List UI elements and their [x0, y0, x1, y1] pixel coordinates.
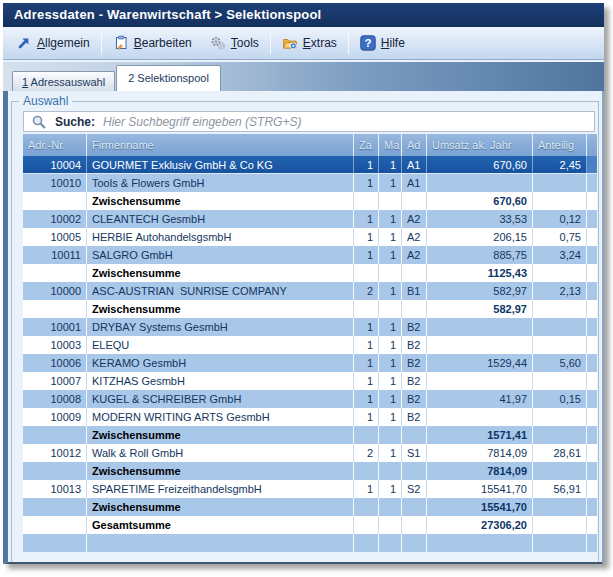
toolbar-item-label: Hilfe: [381, 36, 405, 50]
toolbar-item-tools[interactable]: Tools: [201, 32, 268, 54]
cell-filler: [587, 354, 597, 372]
cell-firmenname: Walk & Roll GmbH: [87, 444, 354, 462]
table-row[interactable]: 10012Walk & Roll GmbH21S17814,0928,61: [23, 444, 597, 462]
cell-filler: [587, 246, 597, 264]
subtotal-row[interactable]: Zwischensumme1571,41: [23, 426, 597, 444]
search-input[interactable]: [103, 113, 594, 131]
cell-za: 1: [354, 390, 379, 408]
toolbar-item-allgemein[interactable]: Allgemein: [7, 32, 99, 54]
table-row[interactable]: 10003ELEQU11B2: [23, 336, 597, 354]
table-row[interactable]: 10013SPARETIME FreizeithandelsgmbH11S215…: [23, 480, 597, 498]
cell-filler: [587, 264, 597, 282]
column-header-filler: [587, 134, 597, 156]
grid-header-row: Adr.-Nr.FirmennameZaMaAdUmsatz ak. JahrA…: [23, 134, 597, 156]
cell-firmenname: KUGEL & SCHREIBER GmbH: [87, 390, 354, 408]
cell-ma: 1: [379, 246, 402, 264]
cell-ma: 1: [379, 282, 402, 300]
gears-icon: [210, 35, 226, 51]
column-header-ma[interactable]: Ma: [379, 134, 402, 156]
cell-ad: B2: [402, 408, 427, 426]
table-row[interactable]: 10002CLEANTECH GesmbH11A233,530,12: [23, 210, 597, 228]
table-row[interactable]: 10001DRYBAY Systems GesmbH11B2: [23, 318, 597, 336]
column-header-umsatz-ak-jahr[interactable]: Umsatz ak. Jahr: [427, 134, 533, 156]
tab-2-selektionspool[interactable]: 2 Selektionspool: [116, 65, 221, 91]
subtotal-row[interactable]: Zwischensumme7814,09: [23, 462, 597, 480]
cell-ad: A1: [402, 156, 427, 173]
cell-sum-label: Zwischensumme: [87, 498, 354, 516]
subtotal-row[interactable]: Zwischensumme1125,43: [23, 264, 597, 282]
cell-umsatz: [427, 336, 533, 354]
column-header-firmenname[interactable]: Firmenname: [87, 134, 354, 156]
table-row[interactable]: 10010Tools & Flowers GmbH11A1: [23, 174, 597, 192]
table-row[interactable]: 10008KUGEL & SCHREIBER GmbH11B241,970,15: [23, 390, 597, 408]
cell-ad: [402, 516, 427, 534]
cell-umsatz: [427, 408, 533, 426]
cell-anteilig: [533, 174, 587, 192]
cell-adr-nr: 10010: [23, 174, 87, 192]
cell-anteilig: [533, 408, 587, 426]
tab-1-adressauswahl[interactable]: 1 Adressauswahl: [12, 71, 115, 91]
toolbar-item-extras[interactable]: Extras: [273, 32, 346, 54]
table-row[interactable]: 10004GOURMET Exklusiv GmbH & Co KG11A167…: [23, 156, 597, 174]
cell-anteilig: 2,13: [533, 282, 587, 300]
cell-za: [354, 462, 379, 480]
column-header-adr-nr-[interactable]: Adr.-Nr.: [23, 134, 87, 156]
table-row[interactable]: 10009MODERN WRITING ARTS GesmbH11B2: [23, 408, 597, 426]
cell-ma: 1: [379, 156, 402, 173]
cell-firmenname: ASC-AUSTRIAN SUNRISE COMPANY: [87, 282, 354, 300]
cell-umsatz: [427, 372, 533, 390]
table-row[interactable]: 10000ASC-AUSTRIAN SUNRISE COMPANY21B1582…: [23, 282, 597, 300]
column-header-ad[interactable]: Ad: [402, 134, 427, 156]
cell-adr-nr: 10003: [23, 336, 87, 354]
table-row[interactable]: 10005HERBIE AutohandelsgsmbH11A2206,150,…: [23, 228, 597, 246]
search-bar[interactable]: Suche:: [23, 111, 595, 132]
table-row[interactable]: 10006KERAMO GesmbH11B21529,445,60: [23, 354, 597, 372]
subtotal-row[interactable]: Zwischensumme670,60: [23, 192, 597, 210]
cell-filler: [587, 156, 597, 173]
cell-za: 1: [354, 372, 379, 390]
cell-ad: A2: [402, 228, 427, 246]
table-row[interactable]: 10011SALGRO GmbH11A2885,753,24: [23, 246, 597, 264]
toolbar-item-bearbeiten[interactable]: Bearbeiten: [104, 32, 201, 54]
arrow-up-right-icon: [16, 35, 32, 51]
table-row[interactable]: 10007KITZHAS GesmbH11B2: [23, 372, 597, 390]
cell-anteilig: [533, 192, 587, 210]
cell-firmenname: MODERN WRITING ARTS GesmbH: [87, 408, 354, 426]
cell-umsatz: 206,15: [427, 228, 533, 246]
help-icon: ?: [360, 35, 376, 51]
cell-empty: [23, 534, 87, 552]
tab-strip: 1 Adressauswahl2 Selektionspool: [3, 60, 604, 91]
toolbar-item-label: Tools: [231, 36, 259, 50]
cell-empty: [402, 534, 427, 552]
cell-filler: [587, 174, 597, 192]
toolbar-item-hilfe[interactable]: ?Hilfe: [351, 32, 414, 54]
cell-adr-nr: 10005: [23, 228, 87, 246]
column-header-anteilig[interactable]: Anteilig: [533, 134, 587, 156]
cell-umsatz: [427, 318, 533, 336]
cell-anteilig: [533, 462, 587, 480]
subtotal-row[interactable]: Zwischensumme582,97: [23, 300, 597, 318]
cell-ad: S1: [402, 444, 427, 462]
cell-umsatz: 7814,09: [427, 444, 533, 462]
cell-adr-nr: 10009: [23, 408, 87, 426]
cell-anteilig: 28,61: [533, 444, 587, 462]
cell-firmenname: SPARETIME FreizeithandelsgmbH: [87, 480, 354, 498]
cell-za: 1: [354, 318, 379, 336]
cell-za: 1: [354, 336, 379, 354]
cell-ad: [402, 192, 427, 210]
cell-ma: 1: [379, 408, 402, 426]
total-row[interactable]: Gesamtsumme27306,20: [23, 516, 597, 534]
cell-ma: 1: [379, 444, 402, 462]
subtotal-row[interactable]: Zwischensumme15541,70: [23, 498, 597, 516]
cell-empty: [354, 534, 379, 552]
cell-sum-label: Zwischensumme: [87, 300, 354, 318]
cell-za: 1: [354, 408, 379, 426]
column-header-za[interactable]: Za: [354, 134, 379, 156]
cell-anteilig: [533, 372, 587, 390]
cell-sum-value: 1125,43: [427, 264, 533, 282]
cell-adr-nr: [23, 300, 87, 318]
cell-ma: [379, 300, 402, 318]
app-window: Adressdaten - Warenwirtschaft > Selektio…: [3, 3, 604, 564]
cell-sum-label: Zwischensumme: [87, 192, 354, 210]
cell-anteilig: 0,12: [533, 210, 587, 228]
